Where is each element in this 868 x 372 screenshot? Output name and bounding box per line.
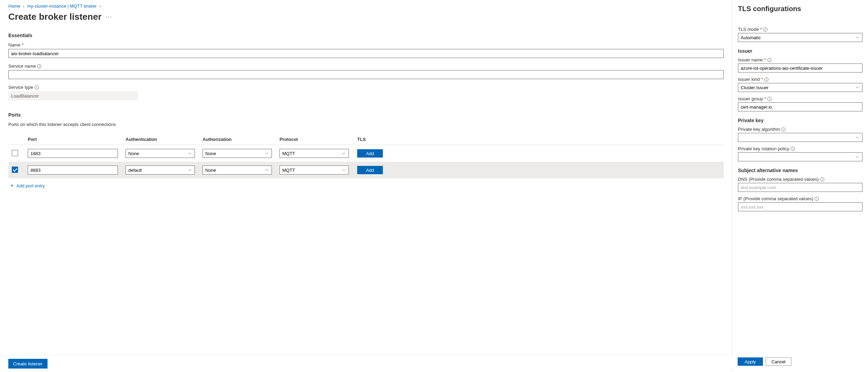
- add-port-entry-button[interactable]: + Add port entry: [8, 178, 724, 193]
- pk-algorithm-label: Private key algorithm: [738, 127, 780, 132]
- plus-icon: +: [10, 183, 14, 189]
- apply-button[interactable]: Apply: [738, 357, 763, 366]
- pk-rotation-select[interactable]: [738, 152, 862, 161]
- issuer-group-input[interactable]: [738, 102, 862, 111]
- breadcrumb-home[interactable]: Home: [8, 3, 20, 9]
- col-authz-header: Authorization: [203, 137, 280, 142]
- panel-title: TLS configurations: [738, 5, 862, 13]
- col-auth-header: Authentication: [126, 137, 203, 142]
- ports-table-header: Port Authentication Authorization Protoc…: [8, 134, 724, 145]
- protocol-select[interactable]: MQTT: [280, 166, 349, 175]
- info-icon[interactable]: [35, 85, 39, 90]
- panel-footer: Apply Cancel: [732, 355, 868, 369]
- cancel-button[interactable]: Cancel: [766, 357, 791, 366]
- san-heading: Subject alternative names: [738, 168, 862, 173]
- chevron-right-icon: ›: [23, 3, 24, 9]
- service-name-input[interactable]: [8, 70, 724, 79]
- authentication-select[interactable]: None: [126, 149, 195, 158]
- tls-mode-select[interactable]: Automatic: [738, 33, 862, 42]
- ip-input[interactable]: [738, 202, 862, 211]
- more-options-icon[interactable]: ···: [106, 13, 112, 20]
- col-tls-header: TLS: [357, 137, 385, 142]
- service-type-label: Service type: [8, 85, 33, 90]
- main-content: Home › my-cluster-instance | MQTT broker…: [0, 0, 732, 372]
- service-type-value: LoadBalancer: [8, 91, 138, 100]
- tls-mode-label: TLS mode: [738, 27, 759, 32]
- info-icon[interactable]: [767, 58, 772, 62]
- service-name-label: Service name: [8, 64, 36, 69]
- issuer-heading: Issuer: [738, 48, 862, 54]
- page-title: Create broker listener: [8, 11, 102, 22]
- required-indicator: *: [764, 96, 766, 101]
- pk-algorithm-select[interactable]: [738, 133, 862, 142]
- info-icon[interactable]: [764, 77, 768, 82]
- row-checkbox[interactable]: [12, 167, 18, 173]
- breadcrumb: Home › my-cluster-instance | MQTT broker…: [8, 3, 724, 9]
- tls-add-button[interactable]: Add: [357, 166, 383, 174]
- row-checkbox[interactable]: [12, 150, 18, 156]
- ports-description: Ports on which this listener accepts cli…: [8, 122, 724, 127]
- protocol-select[interactable]: MQTT: [280, 149, 349, 158]
- required-indicator: *: [764, 57, 766, 62]
- issuer-name-input[interactable]: [738, 64, 862, 73]
- breadcrumb-instance[interactable]: my-cluster-instance | MQTT broker: [27, 3, 96, 9]
- issuer-group-label: Issuer group: [738, 96, 763, 101]
- pk-rotation-label: Private key rotation policy: [738, 146, 789, 151]
- issuer-name-label: Issuer name: [738, 57, 763, 62]
- authorization-select[interactable]: None: [203, 149, 272, 158]
- authentication-select[interactable]: default: [126, 166, 195, 175]
- chevron-right-icon: ›: [99, 3, 101, 9]
- main-footer: Create listener: [0, 355, 732, 372]
- add-port-label: Add port entry: [16, 183, 45, 188]
- info-icon[interactable]: [37, 64, 41, 68]
- ip-label: IP (Provide comma separated values): [738, 196, 813, 201]
- table-row: default None MQTT Add: [8, 162, 724, 178]
- issuer-kind-label: Issuer kind: [738, 77, 760, 82]
- name-label: Name: [8, 42, 20, 48]
- name-input[interactable]: [8, 49, 724, 58]
- port-input[interactable]: [28, 149, 118, 158]
- issuer-kind-select[interactable]: Cluster Issuer: [738, 83, 862, 92]
- required-indicator: *: [761, 77, 763, 82]
- info-icon[interactable]: [763, 27, 767, 32]
- required-indicator: *: [760, 27, 762, 32]
- create-listener-button[interactable]: Create listener: [8, 359, 48, 369]
- private-key-heading: Private key: [738, 118, 862, 123]
- required-indicator: *: [22, 42, 24, 48]
- info-icon[interactable]: [815, 197, 819, 201]
- info-icon[interactable]: [781, 127, 785, 132]
- table-row: None None MQTT Add: [8, 145, 724, 162]
- ports-table: Port Authentication Authorization Protoc…: [8, 134, 724, 178]
- authorization-select[interactable]: None: [203, 166, 272, 175]
- col-port-header: Port: [28, 137, 126, 142]
- info-icon[interactable]: [767, 97, 772, 101]
- tls-add-button[interactable]: Add: [357, 149, 383, 158]
- essentials-heading: Essentials: [8, 33, 724, 38]
- tls-panel: TLS configurations TLS mode * Automatic …: [732, 0, 868, 372]
- info-icon[interactable]: [791, 147, 795, 151]
- ports-heading: Ports: [8, 112, 724, 118]
- port-input[interactable]: [28, 166, 118, 175]
- dns-label: DNS (Provide comma separated values): [738, 177, 819, 182]
- dns-input[interactable]: [738, 183, 862, 192]
- info-icon[interactable]: [820, 177, 824, 181]
- col-proto-header: Protocol: [280, 137, 357, 142]
